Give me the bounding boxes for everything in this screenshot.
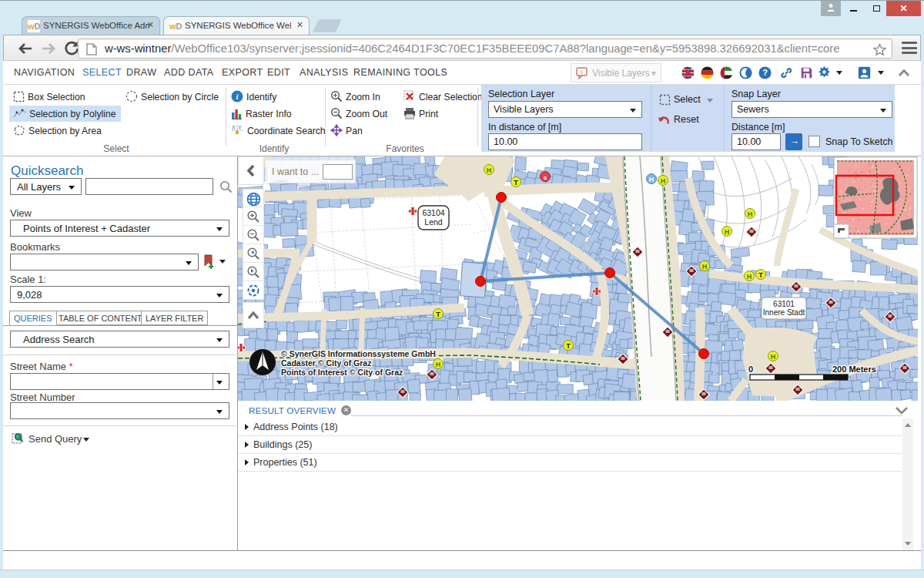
svg-text:Cadaster © City of Graz: Cadaster © City of Graz (281, 358, 371, 368)
svg-text:H: H (487, 166, 492, 174)
svg-text:Y: Y (238, 125, 242, 130)
svg-text:T: T (436, 311, 440, 318)
svg-text:Innere Stadt: Innere Stadt (763, 308, 805, 317)
svg-text:H: H (649, 176, 654, 183)
svg-text:T: T (566, 342, 571, 350)
svg-text:T: T (514, 179, 518, 187)
svg-text:H: H (771, 353, 776, 361)
svg-text:H: H (748, 210, 753, 218)
svg-text:H: H (661, 177, 666, 185)
svg-text:Points of Interest © City of G: Points of Interest © City of Graz (281, 368, 403, 377)
svg-text:i: i (581, 69, 583, 76)
svg-text:63101: 63101 (773, 300, 795, 308)
svg-text:?: ? (762, 68, 768, 77)
svg-text:H: H (747, 273, 752, 281)
svg-text:T: T (758, 271, 763, 279)
svg-text:200 Meters: 200 Meters (832, 365, 876, 374)
svg-text:H: H (702, 263, 708, 271)
svg-text:© SynerGIS Informationssysteme: © SynerGIS Informationssysteme GmbH (281, 349, 436, 358)
svg-text:s: s (544, 174, 547, 181)
svg-text:Lend: Lend (424, 217, 443, 227)
svg-text:H: H (725, 228, 730, 236)
svg-text:0: 0 (748, 365, 753, 374)
svg-text:X: X (232, 125, 236, 130)
svg-text:H: H (436, 361, 441, 368)
svg-text:63104: 63104 (422, 208, 444, 217)
